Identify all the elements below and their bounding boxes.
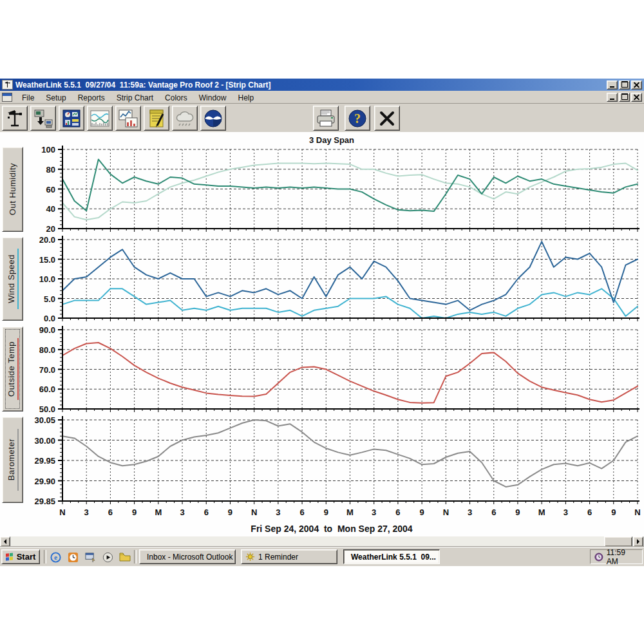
task-label: Inbox - Microsoft Outlook — [147, 553, 232, 562]
y-tick-label: 29.90 — [34, 477, 55, 486]
scrollbar-thumb[interactable] — [604, 536, 632, 547]
x-tick-label: N — [59, 507, 65, 517]
tray-clock-icon[interactable] — [594, 553, 603, 562]
y-tick-label: 15.0 — [39, 255, 55, 265]
scheduler-clock-icon[interactable] — [66, 551, 79, 564]
close-button[interactable] — [631, 80, 642, 90]
scroll-left-button[interactable] — [0, 536, 10, 547]
child-window-controls — [607, 93, 642, 102]
plot-icon — [118, 108, 138, 129]
date-range-label: Fri Sep 24, 2004 to Mon Sep 27, 2004 — [39, 524, 625, 534]
minimize-icon — [610, 99, 614, 100]
help-icon: ? — [347, 108, 368, 129]
x-tick-label: 6 — [587, 507, 592, 517]
y-tick-label: 30.00 — [34, 436, 55, 446]
menu-colors[interactable]: Colors — [159, 92, 193, 104]
x-tick-label: 3 — [468, 507, 472, 517]
x-tick-label: 6 — [108, 507, 113, 517]
internet-explorer-icon[interactable]: e — [49, 551, 62, 564]
window-title: WeatherLink 5.5.1 09/27/04 11:59a: Vanta… — [15, 80, 604, 90]
x-tick-label: N — [634, 507, 640, 517]
yearbook-icon — [146, 108, 167, 129]
x-tick-label: M — [346, 507, 354, 517]
menu-window[interactable]: Window — [193, 92, 232, 104]
y-tick-label: 70.0 — [39, 365, 55, 375]
restore-button[interactable] — [619, 80, 630, 90]
document-window-icon[interactable] — [2, 93, 12, 102]
weather-cloud-button[interactable] — [172, 106, 198, 131]
scroll-right-button[interactable] — [633, 536, 643, 547]
y-tick-label: 40 — [46, 204, 55, 214]
menu-help[interactable]: Help — [232, 92, 260, 104]
y-tick-label: 80 — [46, 165, 55, 175]
x-tick-label: 9 — [611, 507, 616, 517]
show-desktop-icon[interactable] — [84, 551, 97, 564]
taskbar: Start e Inbox - Microsoft Outlook — [0, 547, 644, 566]
y-tick-label: 100 — [41, 145, 55, 155]
child-close-button[interactable] — [631, 93, 642, 102]
noaa-button[interactable] — [200, 106, 226, 131]
x-tick-label: 3 — [84, 507, 89, 517]
menu-bar: FileSetupReportsStrip ChartColorsWindowH… — [0, 91, 644, 104]
arrow-right-icon — [637, 539, 642, 544]
bulletin-icon — [61, 108, 82, 129]
x-tick-label: 3 — [564, 507, 568, 517]
chart-area: 3 Day Span Out Humidity Wind Speed Outsi… — [0, 132, 644, 536]
screen: WeatherLink 5.5.1 09/27/04 11:59a: Vanta… — [0, 0, 644, 644]
yearbook-button[interactable] — [144, 106, 169, 131]
print-button[interactable] — [313, 106, 339, 131]
printer-icon — [315, 108, 337, 129]
child-minimize-button[interactable] — [607, 93, 618, 102]
minimize-button[interactable] — [607, 80, 618, 90]
y-tick-label: 0.0 — [44, 314, 55, 323]
task-button-reminder[interactable]: 1 Reminder — [241, 549, 337, 564]
strip-chart-button[interactable] — [87, 106, 113, 131]
download-button[interactable] — [30, 106, 56, 131]
station-button[interactable] — [2, 106, 28, 131]
x-tick-label: 9 — [228, 507, 232, 517]
x-tick-label: 6 — [491, 507, 496, 517]
task-button-weatherlink[interactable]: WeatherLink 5.5.1 09... — [343, 549, 440, 564]
title-bar[interactable]: WeatherLink 5.5.1 09/27/04 11:59a: Vanta… — [0, 79, 644, 91]
help-button[interactable]: ? — [345, 106, 370, 131]
x-tick-label: 6 — [204, 507, 209, 517]
y-tick-label: 20 — [46, 224, 55, 234]
media-player-icon[interactable] — [101, 551, 114, 564]
bulletin-button[interactable] — [59, 106, 84, 131]
restore-icon — [621, 93, 628, 100]
x-tick-label: 3 — [276, 507, 280, 517]
task-label: 1 Reminder — [258, 553, 298, 562]
svg-text:e: e — [53, 553, 57, 561]
taskbar-divider — [134, 550, 137, 564]
close-icon — [634, 82, 639, 88]
x-tick-label: 9 — [420, 507, 424, 517]
toolbar: ? — [0, 104, 644, 133]
x-tick-label: M — [155, 507, 162, 517]
noaa-icon — [203, 108, 223, 129]
close-icon — [634, 95, 639, 100]
task-label: WeatherLink 5.5.1 09... — [351, 553, 436, 562]
horizontal-scrollbar[interactable] — [0, 536, 644, 547]
station-icon — [5, 108, 25, 129]
x-tick-label: 9 — [132, 507, 137, 517]
tray-clock-label: 11:59 AM — [607, 548, 638, 566]
plot-button[interactable] — [115, 106, 141, 131]
reminder-icon — [245, 552, 255, 562]
menu-strip-chart[interactable]: Strip Chart — [111, 92, 159, 104]
x-tick-label: N — [251, 507, 257, 517]
weatherlink-window: WeatherLink 5.5.1 09/27/04 11:59a: Vanta… — [0, 79, 644, 565]
y-tick-label: 80.0 — [39, 345, 55, 355]
child-restore-button[interactable] — [619, 93, 630, 102]
start-button[interactable]: Start — [1, 549, 40, 564]
minimize-icon — [610, 86, 614, 88]
arrow-left-icon — [1, 539, 6, 544]
menu-file[interactable]: File — [16, 92, 40, 104]
menu-setup[interactable]: Setup — [40, 92, 71, 104]
close-window-button[interactable] — [374, 106, 400, 131]
y-tick-label: 50.0 — [39, 404, 55, 414]
weatherlink-app-icon — [2, 80, 13, 90]
folder-icon[interactable] — [118, 551, 131, 564]
menu-reports[interactable]: Reports — [72, 92, 111, 104]
task-button-inbox[interactable]: Inbox - Microsoft Outlook — [139, 549, 236, 564]
restore-icon — [621, 81, 628, 88]
